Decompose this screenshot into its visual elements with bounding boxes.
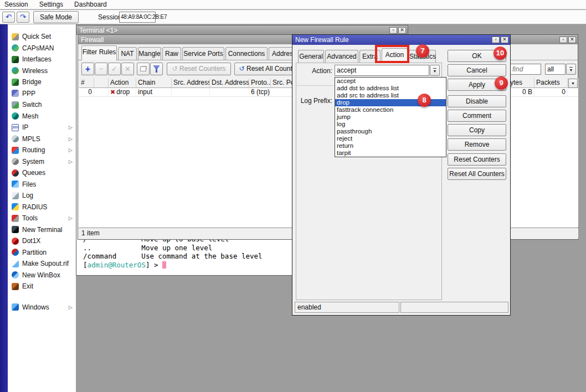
filter-button[interactable] <box>150 63 163 75</box>
step-marker-10: 10 <box>494 47 507 60</box>
column-header-src-address[interactable]: Src. Address <box>172 78 210 88</box>
sidebar-item-partition[interactable]: Partition <box>8 247 76 259</box>
sidebar-item-ppp[interactable]: PPP <box>8 88 76 100</box>
sidebar-item-ip[interactable]: 255IP▷ <box>8 122 76 133</box>
redo-button[interactable]: ↷ <box>17 12 29 23</box>
winbox-app-window: SessionSettingsDashboard ↶ ↷ Safe Mode S… <box>0 0 586 392</box>
dropdown-option-jump[interactable]: jump <box>335 114 446 121</box>
reset-circle-icon: ↺ <box>239 65 246 73</box>
sidebar-item-make-supout-rif[interactable]: Make Supout.rif <box>8 258 76 270</box>
menu-item-settings[interactable]: Settings <box>35 1 70 8</box>
reset-all-counters-button[interactable]: Reset All Counters <box>448 168 506 180</box>
dialog-tab-general[interactable]: General <box>298 50 324 63</box>
sidebar-item-exit[interactable]: Exit <box>8 281 76 292</box>
find-input[interactable] <box>510 64 541 75</box>
remove-button[interactable]: Remove <box>448 138 506 151</box>
sidebar-item-queues[interactable]: Queues <box>8 167 76 179</box>
sidebar-item-switch[interactable]: Switch <box>8 99 76 111</box>
dialog-tab-advanced[interactable]: Advanced <box>325 50 358 63</box>
comment-button[interactable]: Comment <box>448 110 506 122</box>
reset-counters-button[interactable]: ↺ Reset Counters <box>167 63 231 75</box>
column-header-proto[interactable]: Proto... <box>249 78 271 88</box>
dropdown-option-tarpit[interactable]: tarpit <box>335 149 446 157</box>
sidebar-item-bridge[interactable]: Bridge <box>8 76 76 88</box>
copy-button[interactable]: Copy <box>448 124 506 136</box>
terminal-title-bar[interactable]: Terminal <1> ▫ ✕ <box>76 25 408 35</box>
reset-counters-button[interactable]: Reset Counters <box>448 153 506 166</box>
comment-button[interactable] <box>137 63 150 75</box>
menu-item-session[interactable]: Session <box>0 1 35 8</box>
column-header-dst-address[interactable]: Dst. Address <box>210 78 249 88</box>
disable-rule-button[interactable]: ✕ <box>121 63 134 75</box>
column-header-packets[interactable]: Packets <box>534 78 568 88</box>
sidebar-item-windows[interactable]: Windows▷ <box>8 302 76 313</box>
safe-mode-button[interactable]: Safe Mode <box>33 11 79 23</box>
undo-icon: ↶ <box>6 13 12 21</box>
sidebar-item-new-winbox[interactable]: New WinBox <box>8 270 76 281</box>
undo-button[interactable]: ↶ <box>2 12 15 23</box>
sidebar-item-dot1x[interactable]: Dot1X <box>8 235 76 247</box>
sidebar-item-log[interactable]: Log <box>8 190 76 202</box>
column-header-chain[interactable]: Chain <box>136 78 172 88</box>
maximize-icon[interactable]: ▫ <box>492 37 500 43</box>
column-header-icon[interactable] <box>94 78 109 88</box>
sidebar-item-wireless[interactable]: Wireless <box>8 65 76 77</box>
main-toolbar: ↶ ↷ Safe Mode Session: 48:A9:8A:0C:2B:E7 <box>0 10 586 24</box>
status-box-empty <box>400 302 508 313</box>
dropdown-option-fasttrack-connection[interactable]: fasttrack connection <box>335 106 446 114</box>
enable-rule-button[interactable]: ✓ <box>108 63 121 75</box>
dropdown-option-log[interactable]: log <box>335 121 446 128</box>
sidebar-item-interfaces[interactable]: Interfaces <box>8 54 76 65</box>
tab-nat[interactable]: NAT <box>118 47 137 60</box>
remove-rule-button[interactable]: − <box>95 63 107 75</box>
submenu-arrow-icon: ▷ <box>69 136 73 142</box>
dialog-title-bar[interactable]: New Firewall Rule ▫ ✕ <box>292 35 510 45</box>
tab-mangle[interactable]: Mangle <box>138 47 161 60</box>
sidebar-item-files[interactable]: Files <box>8 179 76 190</box>
action-combobox[interactable]: accept <box>335 65 429 76</box>
filter-dropdown-button[interactable]: ▼ <box>566 64 576 75</box>
sidebar-item-capsman[interactable]: CAPsMAN <box>8 43 76 54</box>
filter-select[interactable]: all <box>545 64 566 75</box>
tools-icon <box>12 215 19 222</box>
column-header-icon[interactable]: # <box>79 78 94 88</box>
close-icon[interactable]: ✕ <box>501 37 508 43</box>
sidebar-item-mesh[interactable]: Mesh <box>8 111 76 122</box>
log-icon <box>12 192 19 199</box>
tab-filter-rules[interactable]: Filter Rules <box>81 45 117 60</box>
sidebar-item-routing[interactable]: Routing▷ <box>8 145 76 156</box>
chevron-down-icon: ▼ <box>569 67 573 72</box>
sidebar-item-new-terminal[interactable]: New Terminal <box>8 224 76 236</box>
dropdown-option-return[interactable]: return <box>335 142 446 149</box>
maximize-icon[interactable]: ▫ <box>389 27 397 34</box>
tab-connections[interactable]: Connections <box>225 47 268 60</box>
column-header-action[interactable]: Action <box>109 78 136 88</box>
dot1x-icon <box>12 238 19 245</box>
sidebar-item-radius[interactable]: RADIUS <box>8 202 76 213</box>
add-rule-button[interactable]: + <box>81 63 94 75</box>
dropdown-option-accept[interactable]: accept <box>335 78 446 85</box>
step-marker-9: 9 <box>495 76 508 90</box>
row-cell-empty <box>210 88 249 97</box>
close-icon[interactable]: ✕ <box>398 27 406 34</box>
disable-button[interactable]: Disable <box>448 95 506 107</box>
sidebar-item-mpls[interactable]: MPLS▷ <box>8 133 76 145</box>
action-dropdown-button[interactable]: ▼ <box>430 65 440 76</box>
submenu-arrow-icon: ▷ <box>69 147 73 153</box>
maximize-icon[interactable]: ▫ <box>559 37 567 43</box>
tab-service-ports[interactable]: Service Ports <box>182 47 224 60</box>
close-icon[interactable]: ✕ <box>568 37 576 43</box>
tab-raw[interactable]: Raw <box>162 47 181 60</box>
sidebar-item-quick-set[interactable]: Quick Set <box>8 31 76 43</box>
dropdown-option-reject[interactable]: reject <box>335 135 446 142</box>
column-menu-button[interactable]: ▼ <box>568 79 578 88</box>
session-id-field[interactable]: 48:A9:8A:0C:2B:E7 <box>119 12 156 23</box>
cancel-button[interactable]: Cancel <box>448 64 506 76</box>
dropdown-option-add-dst-to-address-list[interactable]: add dst to address list <box>335 85 446 92</box>
sidebar-item-tools[interactable]: Tools▷ <box>8 213 76 224</box>
sidebar-item-label: System <box>22 158 44 166</box>
dropdown-option-passthrough[interactable]: passthrough <box>335 128 446 135</box>
sidebar-item-system[interactable]: System▷ <box>8 156 76 168</box>
menu-item-dashboard[interactable]: Dashboard <box>70 1 114 8</box>
sidebar-item-label: CAPsMAN <box>22 44 54 52</box>
